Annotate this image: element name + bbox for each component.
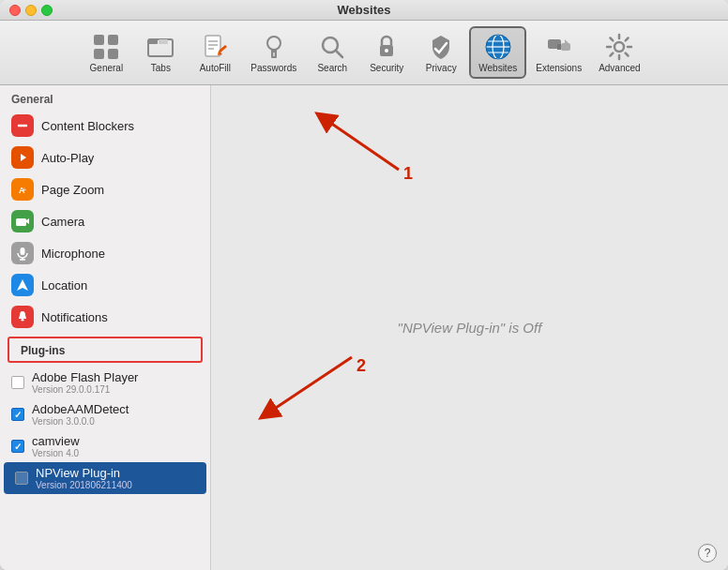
toolbar-general[interactable]: General: [80, 28, 132, 77]
page-zoom-icon: A+: [11, 178, 34, 201]
help-button[interactable]: ?: [698, 544, 717, 562]
microphone-icon: [11, 242, 34, 264]
toolbar-security[interactable]: Security: [360, 28, 413, 77]
microphone-label: Microphone: [41, 247, 105, 261]
websites-icon: [483, 32, 513, 62]
toolbar-websites[interactable]: Websites: [469, 26, 526, 79]
general-icon: [91, 32, 121, 62]
auto-play-icon: [11, 146, 34, 169]
auto-play-label: Auto-Play: [41, 151, 94, 165]
adobe-flash-info: Adobe Flash Player Version 29.0.0.171: [32, 370, 138, 395]
toolbar: General Tabs: [0, 21, 728, 85]
camview-version: Version 4.0: [32, 448, 80, 458]
toolbar-general-label: General: [90, 63, 124, 73]
search-icon: [317, 32, 347, 62]
camera-label: Camera: [41, 215, 84, 229]
sidebar-item-location[interactable]: Location: [0, 269, 210, 301]
page-zoom-label: Page Zoom: [41, 183, 104, 197]
adobeaam-checkbox[interactable]: [11, 408, 24, 421]
svg-rect-13: [273, 52, 275, 56]
toolbar-privacy-label: Privacy: [426, 63, 457, 73]
toolbar-tabs-label: Tabs: [151, 63, 171, 73]
main-content: General Content Blockers Auto-Play A+: [0, 85, 728, 570]
svg-point-26: [614, 42, 624, 52]
camera-icon: [11, 210, 34, 232]
plugin-npview[interactable]: NPView Plug-in Version 201806211400: [4, 462, 206, 494]
svg-rect-1: [108, 35, 118, 45]
svg-rect-2: [94, 49, 104, 59]
adobe-flash-checkbox[interactable]: [11, 376, 24, 389]
adobeaam-version: Version 3.0.0.0: [32, 416, 129, 427]
plugins-section-header: Plug-ins: [8, 337, 203, 363]
location-icon: [11, 274, 34, 296]
toolbar-search[interactable]: Search: [306, 28, 358, 77]
sidebar-item-page-zoom[interactable]: A+ Page Zoom: [0, 173, 210, 205]
minimize-button[interactable]: [25, 5, 37, 16]
sidebar: General Content Blockers Auto-Play A+: [0, 85, 211, 570]
svg-rect-25: [561, 43, 570, 51]
toolbar-passwords[interactable]: Passwords: [243, 28, 304, 77]
toolbar-security-label: Security: [370, 63, 403, 73]
svg-rect-36: [21, 248, 25, 255]
main-window: Websites General: [0, 0, 728, 570]
svg-rect-3: [108, 49, 118, 59]
adobe-flash-name: Adobe Flash Player: [32, 370, 138, 384]
svg-rect-5: [148, 39, 158, 44]
adobe-flash-version: Version 29.0.0.171: [32, 384, 138, 395]
toolbar-privacy[interactable]: Privacy: [415, 28, 467, 77]
toolbar-advanced[interactable]: Advanced: [591, 28, 647, 77]
right-panel: "NPView Plug-in" is Off 1: [211, 85, 728, 570]
svg-text:+: +: [23, 187, 26, 193]
toolbar-autofill-label: AutoFill: [200, 63, 231, 73]
plugin-camview[interactable]: camview Version 4.0: [0, 430, 210, 462]
notifications-label: Notifications: [41, 310, 108, 324]
svg-line-41: [324, 118, 399, 170]
camview-name: camview: [32, 434, 80, 448]
privacy-icon: [426, 32, 456, 62]
svg-text:1: 1: [403, 164, 413, 183]
plugin-adobe-flash[interactable]: Adobe Flash Player Version 29.0.0.171: [0, 367, 210, 398]
toolbar-passwords-label: Passwords: [250, 63, 296, 73]
camview-checkbox[interactable]: [11, 440, 24, 453]
tabs-icon: [145, 32, 175, 62]
toolbar-extensions-label: Extensions: [536, 63, 582, 73]
toolbar-search-label: Search: [317, 63, 347, 73]
svg-rect-34: [16, 218, 26, 226]
toolbar-tabs[interactable]: Tabs: [134, 28, 187, 77]
plugin-adobeaam[interactable]: AdobeAAMDetect Version 3.0.0.0: [0, 398, 210, 430]
svg-rect-0: [94, 35, 104, 45]
sidebar-item-content-blockers[interactable]: Content Blockers: [0, 110, 210, 142]
svg-line-15: [336, 51, 342, 57]
npview-version: Version 201806211400: [36, 480, 132, 490]
content-blockers-icon: [11, 114, 34, 137]
toolbar-extensions[interactable]: Extensions: [528, 28, 589, 77]
traffic-lights: [9, 5, 53, 16]
svg-line-43: [267, 357, 352, 413]
toolbar-autofill[interactable]: AutoFill: [189, 28, 241, 77]
svg-point-17: [385, 49, 388, 52]
toolbar-advanced-label: Advanced: [599, 63, 640, 73]
svg-point-11: [267, 37, 281, 50]
advanced-icon: [604, 32, 634, 62]
extensions-icon: [544, 32, 574, 62]
adobeaam-info: AdobeAAMDetect Version 3.0.0.0: [32, 402, 129, 427]
autofill-icon: [200, 32, 230, 62]
adobeaam-name: AdobeAAMDetect: [32, 402, 129, 416]
close-button[interactable]: [9, 5, 21, 16]
maximize-button[interactable]: [41, 5, 53, 16]
notifications-icon: [11, 306, 34, 328]
security-icon: [372, 32, 402, 62]
npview-name: NPView Plug-in: [36, 466, 132, 480]
sidebar-item-auto-play[interactable]: Auto-Play: [0, 142, 210, 173]
location-label: Location: [41, 278, 87, 292]
sidebar-item-camera[interactable]: Camera: [0, 205, 210, 237]
sidebar-item-notifications[interactable]: Notifications: [0, 301, 210, 333]
content-blockers-label: Content Blockers: [41, 119, 134, 133]
camview-info: camview Version 4.0: [32, 434, 80, 458]
svg-rect-40: [22, 319, 24, 322]
svg-text:2: 2: [356, 356, 366, 375]
npview-checkbox[interactable]: [15, 472, 28, 485]
general-section-header: General: [0, 85, 210, 110]
sidebar-item-microphone[interactable]: Microphone: [0, 237, 210, 269]
passwords-icon: [259, 32, 289, 62]
